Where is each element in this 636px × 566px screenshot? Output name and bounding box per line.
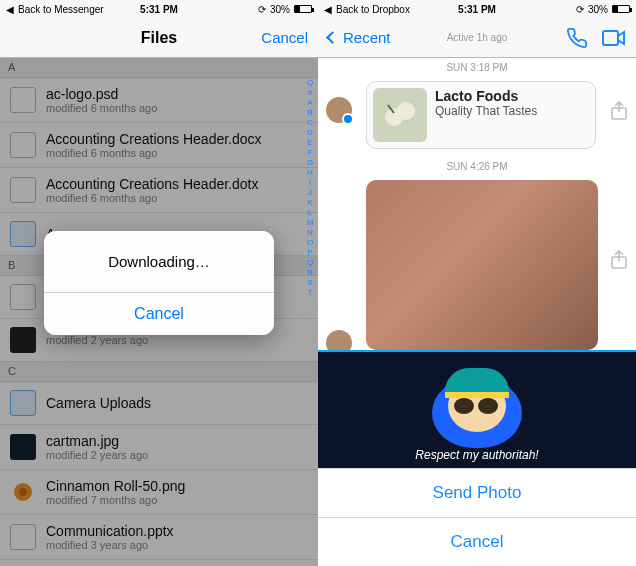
messenger-chat-screen: ◀ Back to Dropbox 5:31 PM ⟳ 30% Recent A… xyxy=(318,0,636,566)
folder-icon xyxy=(10,221,36,247)
folder-icon xyxy=(10,390,36,416)
status-back-to-app[interactable]: ◀ Back to Dropbox xyxy=(324,4,410,15)
file-row[interactable]: Cinnamon Roll-50.pngmodified 7 months ag… xyxy=(0,470,318,515)
file-subtitle: modified 6 months ago xyxy=(46,102,157,114)
alert-cancel-button[interactable]: Cancel xyxy=(44,292,274,335)
file-row[interactable]: Accounting Creations Header.docxmodified… xyxy=(0,123,318,168)
message-image[interactable] xyxy=(366,180,598,350)
card-thumbnail xyxy=(373,88,427,142)
cartman-icon xyxy=(432,372,522,448)
file-title: ac-logo.psd xyxy=(46,86,157,102)
file-icon xyxy=(10,524,36,550)
index-bar[interactable]: Q#ABCDEFGHIJKLMNOPQRST xyxy=(304,78,316,566)
image-thumb-icon xyxy=(10,434,36,460)
status-bar: ◀ Back to Dropbox 5:31 PM ⟳ 30% xyxy=(318,0,636,18)
file-icon xyxy=(10,87,36,113)
nav-bar: Recent Active 1h ago xyxy=(318,18,636,58)
alert-message: Downloading… xyxy=(44,231,274,292)
share-icon[interactable] xyxy=(610,101,628,121)
rotation-lock-icon: ⟳ xyxy=(258,4,266,15)
file-icon xyxy=(10,177,36,203)
section-header: C xyxy=(0,362,318,382)
index-letter[interactable]: # xyxy=(304,88,316,97)
index-letter[interactable]: N xyxy=(304,228,316,237)
chevron-left-icon xyxy=(326,31,339,44)
index-letter[interactable]: I xyxy=(304,178,316,187)
photo-preview: Respect my authoritah! xyxy=(318,350,636,468)
file-title: Camera Uploads xyxy=(46,395,151,411)
file-title: cartman.jpg xyxy=(46,433,148,449)
index-letter[interactable]: P xyxy=(304,248,316,257)
index-letter[interactable]: G xyxy=(304,158,316,167)
index-letter[interactable]: M xyxy=(304,218,316,227)
index-letter[interactable]: F xyxy=(304,148,316,157)
status-bar: ◀ Back to Messenger 5:31 PM ⟳ 30% xyxy=(0,0,318,18)
index-letter[interactable]: Q xyxy=(304,78,316,87)
preview-caption: Respect my authoritah! xyxy=(318,448,636,462)
status-time: 5:31 PM xyxy=(458,4,496,15)
downloading-alert: Downloading… Cancel xyxy=(44,231,274,335)
file-subtitle: modified 7 months ago xyxy=(46,494,185,506)
file-row[interactable]: Communication.pptxmodified 3 years ago xyxy=(0,515,318,560)
file-icon xyxy=(10,284,36,310)
index-letter[interactable]: Q xyxy=(304,258,316,267)
dropbox-files-screen: ◀ Back to Messenger 5:31 PM ⟳ 30% Files … xyxy=(0,0,318,566)
battery-icon xyxy=(612,5,630,13)
status-back-label: Back to Messenger xyxy=(18,4,104,15)
file-title: Cinnamon Roll-50.png xyxy=(46,478,185,494)
nav-title: Files xyxy=(141,29,177,47)
battery-percent: 30% xyxy=(270,4,290,15)
file-title: Accounting Creations Header.docx xyxy=(46,131,262,147)
card-subtitle: Quality That Tastes xyxy=(435,104,537,118)
sheet-cancel-button[interactable]: Cancel xyxy=(318,517,636,566)
link-card[interactable]: Lacto Foods Quality That Tastes xyxy=(366,81,596,149)
file-icon xyxy=(10,132,36,158)
folder-row[interactable]: Camera Uploads xyxy=(0,382,318,425)
svg-point-4 xyxy=(397,102,415,120)
nav-bar: Files Cancel xyxy=(0,18,318,58)
svg-point-1 xyxy=(19,488,27,496)
file-row[interactable]: ac-logo.psdmodified 6 months ago xyxy=(0,78,318,123)
file-row[interactable]: copycontent.png xyxy=(0,560,318,566)
index-letter[interactable]: J xyxy=(304,188,316,197)
status-time: 5:31 PM xyxy=(140,4,178,15)
index-letter[interactable]: O xyxy=(304,238,316,247)
send-photo-button[interactable]: Send Photo xyxy=(318,468,636,517)
index-letter[interactable]: B xyxy=(304,108,316,117)
active-status: Active 1h ago xyxy=(447,32,508,43)
video-call-icon[interactable] xyxy=(602,29,626,47)
index-letter[interactable]: S xyxy=(304,278,316,287)
index-letter[interactable]: T xyxy=(304,288,316,297)
file-row[interactable]: Accounting Creations Header.dotxmodified… xyxy=(0,168,318,213)
share-icon[interactable] xyxy=(610,250,628,270)
index-letter[interactable]: A xyxy=(304,98,316,107)
nav-actions xyxy=(566,27,626,49)
status-right: ⟳ 30% xyxy=(576,4,630,15)
battery-icon xyxy=(294,5,312,13)
image-thumb-icon xyxy=(10,479,36,505)
status-back-label: Back to Dropbox xyxy=(336,4,410,15)
file-title: Communication.pptx xyxy=(46,523,174,539)
status-right: ⟳ 30% xyxy=(258,4,312,15)
status-back-to-app[interactable]: ◀ Back to Messenger xyxy=(6,4,104,15)
file-subtitle: modified 2 years ago xyxy=(46,449,148,461)
nav-cancel-button[interactable]: Cancel xyxy=(261,29,308,46)
file-subtitle: modified 2 years ago xyxy=(46,334,148,346)
index-letter[interactable]: E xyxy=(304,138,316,147)
index-letter[interactable]: L xyxy=(304,208,316,217)
file-row[interactable]: cartman.jpgmodified 2 years ago xyxy=(0,425,318,470)
nav-back-button[interactable]: Recent xyxy=(328,29,391,46)
index-letter[interactable]: K xyxy=(304,198,316,207)
section-header: A xyxy=(0,58,318,78)
battery-percent: 30% xyxy=(588,4,608,15)
index-letter[interactable]: R xyxy=(304,268,316,277)
file-subtitle: modified 3 years ago xyxy=(46,539,174,551)
file-subtitle: modified 6 months ago xyxy=(46,147,262,159)
rotation-lock-icon: ⟳ xyxy=(576,4,584,15)
index-letter[interactable]: H xyxy=(304,168,316,177)
chat-timestamp: SUN 3:18 PM xyxy=(318,58,636,77)
call-icon[interactable] xyxy=(566,27,588,49)
index-letter[interactable]: D xyxy=(304,128,316,137)
file-title: Accounting Creations Header.dotx xyxy=(46,176,258,192)
index-letter[interactable]: C xyxy=(304,118,316,127)
